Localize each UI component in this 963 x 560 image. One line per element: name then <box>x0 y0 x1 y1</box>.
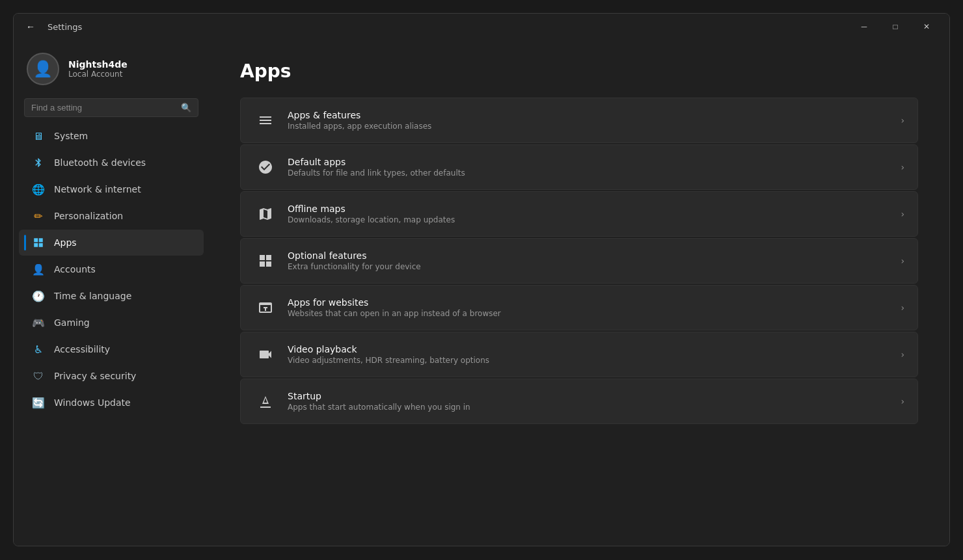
sidebar-item-update[interactable]: 🔄 Windows Update <box>19 390 204 416</box>
offline-maps-title: Offline maps <box>288 204 890 214</box>
settings-item-optional-features[interactable]: Optional features Extra functionality fo… <box>240 238 918 284</box>
settings-item-startup[interactable]: Startup Apps that start automatically wh… <box>240 379 918 424</box>
optional-features-desc: Extra functionality for your device <box>288 262 890 271</box>
search-box[interactable]: 🔍 <box>24 98 198 117</box>
offline-maps-chevron: › <box>901 209 904 219</box>
apps-websites-chevron: › <box>901 302 904 313</box>
apps-features-chevron: › <box>901 115 904 126</box>
optional-features-chevron: › <box>901 256 904 266</box>
settings-item-video-playback[interactable]: Video playback Video adjustments, HDR st… <box>240 332 918 377</box>
sidebar-label-apps: Apps <box>54 237 77 248</box>
user-name: Nightsh4de <box>68 59 128 70</box>
startup-chevron: › <box>901 396 904 407</box>
user-info: Nightsh4de Local Account <box>68 59 128 79</box>
video-playback-chevron: › <box>901 349 904 360</box>
apps-websites-title: Apps for websites <box>288 297 890 308</box>
sidebar: 👤 Nightsh4de Local Account 🔍 🖥 System <box>14 40 209 546</box>
apps-features-title: Apps & features <box>288 110 890 120</box>
sidebar-label-bluetooth: Bluetooth & devices <box>54 157 146 168</box>
optional-features-text: Optional features Extra functionality fo… <box>288 250 890 271</box>
settings-item-apps-websites[interactable]: Apps for websites Websites that can open… <box>240 285 918 330</box>
optional-features-title: Optional features <box>288 250 890 261</box>
apps-websites-icon <box>254 296 277 319</box>
settings-list: Apps & features Installed apps, app exec… <box>240 98 918 424</box>
sidebar-label-personalization: Personalization <box>54 211 123 221</box>
settings-item-default-apps[interactable]: Default apps Defaults for file and link … <box>240 144 918 190</box>
sidebar-item-bluetooth[interactable]: Bluetooth & devices <box>19 150 204 176</box>
sidebar-item-network[interactable]: 🌐 Network & internet <box>19 176 204 202</box>
sidebar-label-time: Time & language <box>54 291 131 301</box>
startup-title: Startup <box>288 391 890 401</box>
accessibility-icon: ♿ <box>32 343 45 356</box>
sidebar-label-accessibility: Accessibility <box>54 344 110 354</box>
update-icon: 🔄 <box>32 396 45 409</box>
default-apps-title: Default apps <box>288 157 890 167</box>
sidebar-nav: 🖥 System Bluetooth & devices 🌐 Network &… <box>14 122 209 416</box>
settings-item-apps-features[interactable]: Apps & features Installed apps, app exec… <box>240 98 918 143</box>
apps-features-desc: Installed apps, app execution aliases <box>288 122 890 131</box>
back-button[interactable]: ← <box>21 18 40 36</box>
avatar-icon: 👤 <box>33 60 53 78</box>
startup-icon <box>254 390 277 413</box>
sidebar-label-system: System <box>54 131 88 141</box>
sidebar-label-accounts: Accounts <box>54 264 96 274</box>
startup-desc: Apps that start automatically when you s… <box>288 403 890 412</box>
avatar: 👤 <box>27 53 59 85</box>
content-area: 👤 Nightsh4de Local Account 🔍 🖥 System <box>14 40 949 546</box>
offline-maps-icon <box>254 202 277 226</box>
sidebar-item-system[interactable]: 🖥 System <box>19 123 204 149</box>
titlebar-left: ← Settings <box>21 18 82 36</box>
accounts-icon: 👤 <box>32 263 45 276</box>
sidebar-item-time[interactable]: 🕐 Time & language <box>19 283 204 309</box>
offline-maps-text: Offline maps Downloads, storage location… <box>288 204 890 224</box>
apps-icon <box>32 236 45 249</box>
system-icon: 🖥 <box>32 129 45 142</box>
apps-websites-text: Apps for websites Websites that can open… <box>288 297 890 318</box>
time-icon: 🕐 <box>32 289 45 302</box>
titlebar-title: Settings <box>47 22 82 32</box>
default-apps-desc: Defaults for file and link types, other … <box>288 168 890 178</box>
video-playback-text: Video playback Video adjustments, HDR st… <box>288 344 890 365</box>
minimize-button[interactable]: ─ <box>849 16 879 37</box>
sidebar-label-network: Network & internet <box>54 184 141 194</box>
sidebar-item-apps[interactable]: Apps <box>19 230 204 256</box>
settings-item-offline-maps[interactable]: Offline maps Downloads, storage location… <box>240 191 918 237</box>
video-playback-icon <box>254 343 277 366</box>
default-apps-chevron: › <box>901 162 904 172</box>
apps-features-icon <box>254 109 277 132</box>
default-apps-icon <box>254 155 277 179</box>
bluetooth-icon <box>32 156 45 169</box>
maximize-button[interactable]: □ <box>880 16 910 37</box>
apps-features-text: Apps & features Installed apps, app exec… <box>288 110 890 131</box>
settings-window: ← Settings ─ □ ✕ 👤 Nightsh4de Local Acco… <box>13 13 950 546</box>
main-content: Apps Apps & features Installed apps, app… <box>209 40 949 546</box>
apps-websites-desc: Websites that can open in an app instead… <box>288 309 890 318</box>
offline-maps-desc: Downloads, storage location, map updates <box>288 215 890 224</box>
sidebar-item-personalization[interactable]: ✏️ Personalization <box>19 203 204 229</box>
user-section: 👤 Nightsh4de Local Account <box>14 40 209 96</box>
sidebar-label-update: Windows Update <box>54 397 131 408</box>
sidebar-label-gaming: Gaming <box>54 317 90 328</box>
close-button[interactable]: ✕ <box>912 16 942 37</box>
gaming-icon: 🎮 <box>32 316 45 329</box>
window-controls: ─ □ ✕ <box>849 16 942 37</box>
privacy-icon: 🛡 <box>32 369 45 382</box>
optional-features-icon <box>254 249 277 273</box>
default-apps-text: Default apps Defaults for file and link … <box>288 157 890 178</box>
sidebar-label-privacy: Privacy & security <box>54 371 136 381</box>
sidebar-item-accounts[interactable]: 👤 Accounts <box>19 256 204 282</box>
video-playback-desc: Video adjustments, HDR streaming, batter… <box>288 356 890 365</box>
user-account-type: Local Account <box>68 70 128 79</box>
startup-text: Startup Apps that start automatically wh… <box>288 391 890 412</box>
video-playback-title: Video playback <box>288 344 890 354</box>
titlebar: ← Settings ─ □ ✕ <box>14 14 949 40</box>
sidebar-item-accessibility[interactable]: ♿ Accessibility <box>19 336 204 362</box>
search-icon: 🔍 <box>181 103 191 113</box>
sidebar-item-gaming[interactable]: 🎮 Gaming <box>19 310 204 336</box>
personalization-icon: ✏️ <box>32 209 45 222</box>
search-input[interactable] <box>31 103 176 113</box>
network-icon: 🌐 <box>32 183 45 196</box>
sidebar-item-privacy[interactable]: 🛡 Privacy & security <box>19 363 204 389</box>
page-title: Apps <box>240 60 918 82</box>
